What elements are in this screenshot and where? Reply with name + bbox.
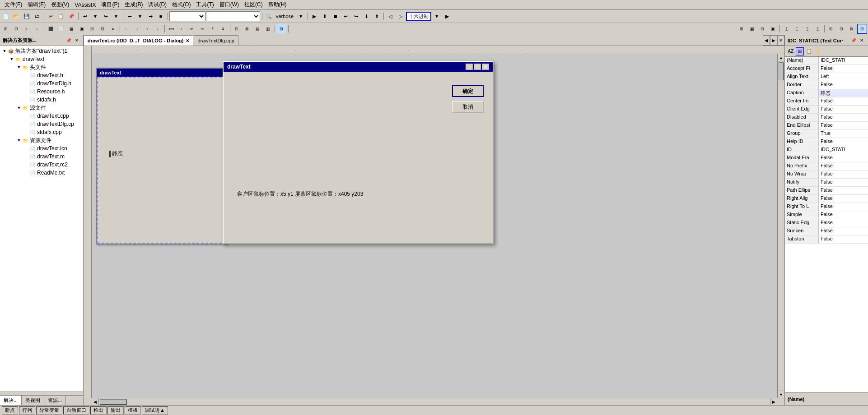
canvas-vscrollbar[interactable]: ▲ ▼ bbox=[777, 54, 784, 398]
status-breakpoints[interactable]: 断点 bbox=[2, 406, 18, 415]
tree-expand-source[interactable]: ▼ bbox=[16, 105, 22, 111]
props-noprefix-value[interactable]: False bbox=[819, 162, 868, 170]
tree-drawtext-rc[interactable]: 📄 drawText.rc bbox=[1, 152, 82, 161]
props-row-disabled[interactable]: Disabled False bbox=[785, 114, 868, 122]
props-row-rightalign[interactable]: Right Alig False bbox=[785, 195, 868, 203]
tab-nav-right[interactable]: ▶ bbox=[770, 35, 777, 46]
tb2-btn7[interactable]: ▦ bbox=[66, 24, 76, 34]
running-dialog-titlebar[interactable]: drawText _ □ ✕ bbox=[224, 62, 493, 72]
props-border-value[interactable]: False bbox=[819, 81, 868, 89]
tb-nav-dd[interactable]: ▼ bbox=[135, 11, 145, 21]
tb2-r4[interactable]: ▣ bbox=[768, 24, 778, 34]
hscroll-left[interactable]: ◀ bbox=[92, 398, 99, 405]
menu-help[interactable]: 帮助(H) bbox=[266, 0, 289, 9]
design-dialog-body[interactable]: 静态 bbox=[97, 77, 226, 244]
tree-drawtext-cpp[interactable]: 📄 drawText.cpp bbox=[1, 112, 82, 120]
tb-fwd-btn[interactable]: ➡ bbox=[145, 11, 155, 21]
tree-drawtext-rc2[interactable]: 📄 drawText.rc2 bbox=[1, 161, 82, 169]
tb-hex-dd[interactable]: ▼ bbox=[432, 11, 442, 21]
tb2-btn6[interactable]: ⬜ bbox=[56, 24, 66, 34]
status-autowindow[interactable]: 自动窗口 bbox=[63, 406, 89, 415]
tb2-btn3[interactable]: ↕ bbox=[22, 24, 32, 34]
props-row-caption[interactable]: Caption 静态 bbox=[785, 89, 868, 97]
vscroll-down[interactable]: ▼ bbox=[778, 391, 784, 398]
props-aligntext-value[interactable]: Left bbox=[819, 73, 868, 81]
tb-hex2-btn[interactable]: ▷ bbox=[396, 11, 406, 21]
props-id-value[interactable]: IDC_STATI bbox=[819, 146, 868, 154]
tb2-r1[interactable]: ⊞ bbox=[737, 24, 747, 34]
design-dialog[interactable]: drawText 静态 bbox=[96, 68, 227, 244]
props-staticedge-value[interactable]: False bbox=[819, 219, 868, 227]
props-row-border[interactable]: Border False bbox=[785, 81, 868, 89]
props-close-btn[interactable]: ✕ bbox=[858, 37, 865, 44]
status-output[interactable]: 输出 bbox=[107, 406, 124, 415]
vscroll-track[interactable] bbox=[778, 61, 784, 391]
tb2-r2[interactable]: ▦ bbox=[747, 24, 757, 34]
tb2-btn22[interactable]: ⊡ bbox=[232, 24, 242, 34]
hscroll-right[interactable]: ▶ bbox=[770, 398, 777, 405]
menu-build[interactable]: 生成(B) bbox=[122, 0, 145, 9]
tree-solution[interactable]: ▼ 📦 解决方案"drawText"(1 bbox=[1, 47, 82, 55]
tb-dbg7-btn[interactable]: ⬆ bbox=[372, 11, 382, 21]
props-row-clientedge[interactable]: Client Edg False bbox=[785, 106, 868, 114]
tb2-r9[interactable]: ⊞ bbox=[826, 24, 836, 34]
tb2-btn9[interactable]: ⊞ bbox=[87, 24, 97, 34]
tb-cut-btn[interactable]: ✂ bbox=[46, 11, 56, 21]
tb-redo-btn[interactable]: ↪ bbox=[101, 11, 111, 21]
menu-vassistx[interactable]: VAssistX bbox=[72, 1, 98, 9]
tb2-btn17[interactable]: ↕ bbox=[177, 24, 187, 34]
tb-dbg6-btn[interactable]: ⬇ bbox=[361, 11, 371, 21]
left-panel-close-btn[interactable]: ✕ bbox=[73, 37, 80, 44]
props-row-acccept[interactable]: Acccept Fi False bbox=[785, 65, 868, 73]
tree-drawtext-ico[interactable]: 📄 drawText.ico bbox=[1, 144, 82, 152]
props-row-endellipsis[interactable]: End Ellipsi False bbox=[785, 122, 868, 130]
tree-expand-project[interactable]: ▼ bbox=[9, 56, 14, 62]
props-acccept-value[interactable]: False bbox=[819, 65, 868, 73]
props-row-helpid[interactable]: Help ID False bbox=[785, 138, 868, 146]
props-clientedge-value[interactable]: False bbox=[819, 106, 868, 113]
menu-tools[interactable]: 工具(T) bbox=[193, 0, 216, 9]
props-row-sunken[interactable]: Sunken False bbox=[785, 227, 868, 235]
tree-stdafx-h[interactable]: 📄 stdafx.h bbox=[1, 96, 82, 104]
dialog-maximize-btn[interactable]: □ bbox=[474, 64, 481, 70]
menu-window[interactable]: 窗口(W) bbox=[217, 0, 242, 9]
tb-dbg5-btn[interactable]: ↪ bbox=[351, 11, 361, 21]
tb2-btn12[interactable]: ← bbox=[121, 24, 131, 34]
tb2-btn20[interactable]: ⇑ bbox=[208, 24, 218, 34]
props-row-id[interactable]: ID IDC_STATI bbox=[785, 146, 868, 154]
props-row-noprefix[interactable]: No Prefix False bbox=[785, 162, 868, 171]
tb-dbg4-btn[interactable]: ↩ bbox=[341, 11, 350, 21]
props-row-group[interactable]: Group True bbox=[785, 130, 868, 138]
tb-launch-btn[interactable]: 🔍 bbox=[264, 11, 274, 21]
props-tabstop-value[interactable]: False bbox=[819, 235, 868, 243]
props-row-aligntext[interactable]: Align Text Left bbox=[785, 73, 868, 81]
status-linecolumn[interactable]: 行列 bbox=[19, 406, 35, 415]
props-row-staticedge[interactable]: Static Edg False bbox=[785, 219, 868, 227]
status-debug[interactable]: 调试进▲ bbox=[142, 406, 168, 415]
props-sunken-value[interactable]: False bbox=[819, 227, 868, 235]
props-sort-alpha-btn[interactable]: AZ bbox=[787, 47, 795, 55]
menu-edit[interactable]: 编辑(E) bbox=[25, 0, 48, 9]
tb2-btn14[interactable]: ↑ bbox=[142, 24, 152, 34]
props-row-notify[interactable]: Notify False bbox=[785, 179, 868, 187]
dialog-ok-button[interactable]: 确定 bbox=[452, 85, 484, 97]
vscroll-thumb[interactable] bbox=[779, 62, 784, 80]
tree-source-folder[interactable]: ▼ 📁 源文件 bbox=[1, 104, 82, 112]
props-sort-cat-btn[interactable]: ⊞ bbox=[796, 47, 804, 55]
hscroll-thumb[interactable] bbox=[100, 399, 127, 405]
menu-debug[interactable]: 调试(D) bbox=[145, 0, 169, 9]
props-row-nowrap[interactable]: No Wrap False bbox=[785, 171, 868, 179]
menu-format[interactable]: 格式(O) bbox=[169, 0, 193, 9]
dialog-cancel-button[interactable]: 取消 bbox=[452, 101, 484, 113]
tb2-btn5[interactable]: ⬛ bbox=[46, 24, 56, 34]
tb2-btn2[interactable]: ⊟ bbox=[11, 24, 21, 34]
left-tab-resource[interactable]: 资源... bbox=[44, 396, 66, 405]
props-row-righttoleft[interactable]: Right To L False bbox=[785, 203, 868, 211]
props-value-name[interactable]: IDC_STATI bbox=[819, 57, 868, 65]
tb2-r12[interactable]: ⊞ bbox=[857, 24, 867, 34]
tb2-r8[interactable]: ⌶ bbox=[812, 24, 822, 34]
tree-readme[interactable]: 📄 ReadMe.txt bbox=[1, 169, 82, 177]
design-static-label[interactable]: 静态 bbox=[107, 150, 123, 157]
tb2-btn25[interactable]: ▥ bbox=[263, 24, 273, 34]
hscroll-track[interactable] bbox=[99, 398, 770, 405]
